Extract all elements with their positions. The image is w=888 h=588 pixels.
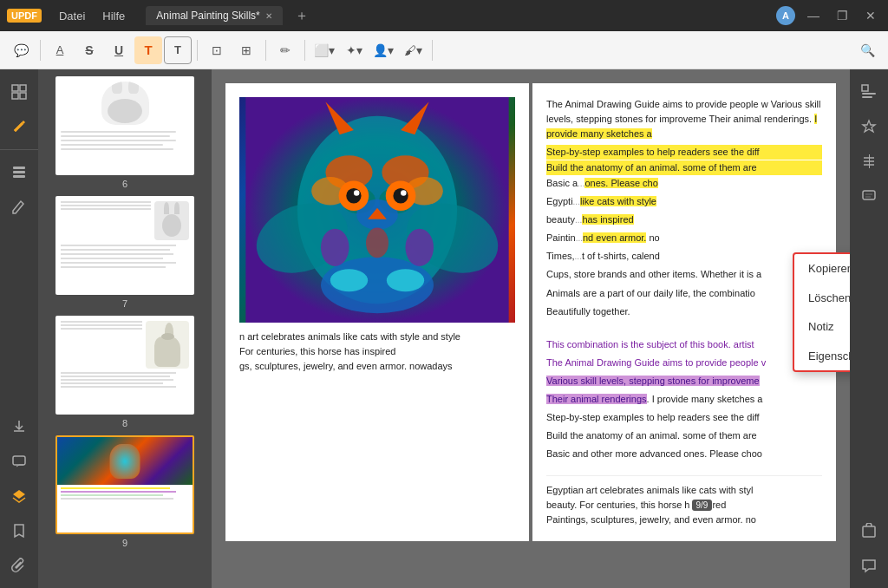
right-panel-4[interactable]: [853, 180, 885, 212]
para-egypt: Egypti...like cats with style: [546, 194, 822, 209]
search-btn[interactable]: 🔍: [853, 36, 881, 64]
sidebar-item-layers[interactable]: [3, 480, 35, 512]
underline-tool-btn[interactable]: U: [105, 36, 133, 64]
menu-datei[interactable]: Datei: [52, 8, 92, 24]
svg-rect-34: [862, 85, 868, 91]
svg-rect-38: [863, 191, 875, 199]
purple-highlight-1: Various skill levels, stepping stones fo…: [546, 376, 760, 386]
highlight-tool-btn[interactable]: A: [46, 36, 74, 64]
context-menu-item-loschen[interactable]: Löschen Entf: [794, 284, 850, 313]
thumb-box-7: [56, 196, 194, 295]
context-menu-item-eigenschaften[interactable]: Eigenschaften...: [794, 342, 850, 371]
sidebar-item-comments[interactable]: [3, 446, 35, 477]
svg-point-33: [366, 228, 388, 258]
thumbnail-page-6[interactable]: 6: [45, 76, 205, 189]
svg-rect-2: [12, 93, 18, 99]
toolbar-separator-2: [197, 40, 198, 61]
para1: The Animal Drawing Guide aims to provide…: [546, 97, 822, 141]
right-panel-3[interactable]: [853, 146, 885, 177]
toolbar-separator-5: [432, 40, 433, 61]
right-panel-1[interactable]: [853, 76, 885, 108]
left-sidebar: [0, 69, 38, 588]
shape-tool-btn[interactable]: ⬜▾: [310, 36, 338, 64]
sidebar-item-attachment[interactable]: [3, 550, 35, 581]
sidebar-item-annotate[interactable]: [3, 111, 35, 142]
toolbar-separator-1: [40, 40, 41, 61]
close-button[interactable]: ✕: [860, 7, 881, 24]
toolbar-separator-3: [265, 40, 266, 61]
maximize-button[interactable]: ❐: [832, 7, 853, 24]
stamp-tool-btn[interactable]: 👤▾: [369, 36, 397, 64]
right-sidebar: [850, 69, 888, 588]
svg-point-28: [387, 269, 424, 291]
context-kopieren-label: Kopieren: [808, 260, 850, 278]
app-logo: UPDF: [7, 9, 42, 23]
right-page-bottom: Egyptian art celebrates animals like cat…: [546, 475, 822, 527]
svg-rect-1: [20, 85, 26, 91]
para-beautifully: Beautifully together.: [546, 304, 822, 319]
svg-point-20: [393, 188, 408, 203]
context-menu-item-kopieren[interactable]: Kopieren Strg+C: [794, 254, 850, 284]
svg-rect-3: [20, 93, 26, 99]
svg-rect-0: [12, 85, 18, 91]
para-build: Build the anatomy of an animal. some of …: [546, 428, 822, 443]
svg-point-19: [346, 188, 361, 203]
right-page-text: The Animal Drawing Guide aims to provide…: [546, 97, 822, 461]
sidebar-item-pages[interactable]: [3, 157, 35, 188]
avatar[interactable]: A: [776, 6, 795, 25]
highlight-3: Build the anatomy of an animal. some of …: [546, 160, 822, 175]
tab-add-icon[interactable]: ＋: [295, 7, 309, 25]
thumbnail-page-9[interactable]: 9: [45, 435, 205, 548]
page-number-badge: 9/9: [692, 500, 713, 511]
thumb-label-7: 7: [122, 298, 127, 309]
thumbnail-panel: 6: [38, 69, 212, 588]
freehand-tool-btn[interactable]: ✦▾: [340, 36, 368, 64]
thumbnail-page-7[interactable]: 7: [45, 196, 205, 309]
image-frame-tool-btn[interactable]: ⊞: [232, 36, 260, 64]
svg-point-22: [401, 190, 407, 196]
right-page: The Animal Drawing Guide aims to provide…: [532, 83, 836, 541]
tab-title: Animal Painting Skills*: [156, 10, 259, 22]
content-area: n art celebrates animals like cats with …: [212, 69, 850, 588]
menu-bar: Datei Hilfe: [52, 8, 132, 24]
purple-text-1: This combination is the subject of this …: [546, 337, 822, 352]
thumbnail-page-8[interactable]: 8: [45, 316, 205, 428]
left-page-text: n art celebrates animals like cats with …: [239, 330, 515, 374]
context-loschen-label: Löschen: [808, 290, 850, 307]
svg-rect-39: [863, 526, 875, 537]
strikethrough-tool-btn[interactable]: S: [75, 36, 103, 64]
minimize-button[interactable]: —: [802, 7, 825, 24]
titlebar: UPDF Datei Hilfe Animal Painting Skills*…: [0, 0, 888, 31]
context-menu: Kopieren Strg+C Löschen Entf Notiz Eigen…: [793, 252, 850, 372]
context-menu-item-notiz[interactable]: Notiz: [794, 312, 850, 342]
thumb-box-9: [56, 435, 194, 534]
highlight-1: I provide many sketches a: [546, 114, 817, 139]
main-layout: 6: [0, 69, 888, 588]
context-notiz-label: Notiz: [808, 318, 834, 336]
svg-rect-7: [13, 456, 25, 465]
right-panel-5[interactable]: [853, 515, 885, 546]
svg-rect-35: [862, 93, 876, 95]
sidebar-item-export[interactable]: [3, 411, 35, 442]
purple-highlight-2: Their animal renderings: [546, 394, 647, 404]
tab-close-icon[interactable]: ✕: [265, 11, 272, 21]
paint-tool-btn[interactable]: 🖌▾: [399, 36, 427, 64]
document-tab[interactable]: Animal Painting Skills* ✕: [146, 6, 282, 25]
pencil-tool-btn[interactable]: ✏: [271, 36, 299, 64]
menu-hilfe[interactable]: Hilfe: [95, 8, 132, 24]
sidebar-item-view[interactable]: [3, 76, 35, 108]
sidebar-item-bookmark[interactable]: [3, 515, 35, 546]
toolbar: 💬 A S U T T ⊡ ⊞ ✏ ⬜▾ ✦▾ 👤▾ 🖌▾ 🔍: [0, 31, 888, 69]
highlight-2: Step-by-step examples to help readers se…: [546, 145, 822, 160]
right-panel-chat[interactable]: [853, 550, 885, 581]
frame-tool-btn[interactable]: ⊡: [203, 36, 231, 64]
svg-rect-36: [862, 96, 872, 98]
svg-rect-4: [13, 167, 25, 169]
text-tool-btn[interactable]: T: [134, 36, 162, 64]
comment-tool-btn[interactable]: 💬: [7, 36, 35, 64]
typewriter-tool-btn[interactable]: T: [164, 36, 192, 64]
right-panel-2[interactable]: [853, 111, 885, 142]
para-basic2: Basic and other more advanced ones. Plea…: [546, 447, 822, 461]
thumb-box-6: [56, 76, 194, 175]
sidebar-item-edit[interactable]: [3, 192, 35, 223]
